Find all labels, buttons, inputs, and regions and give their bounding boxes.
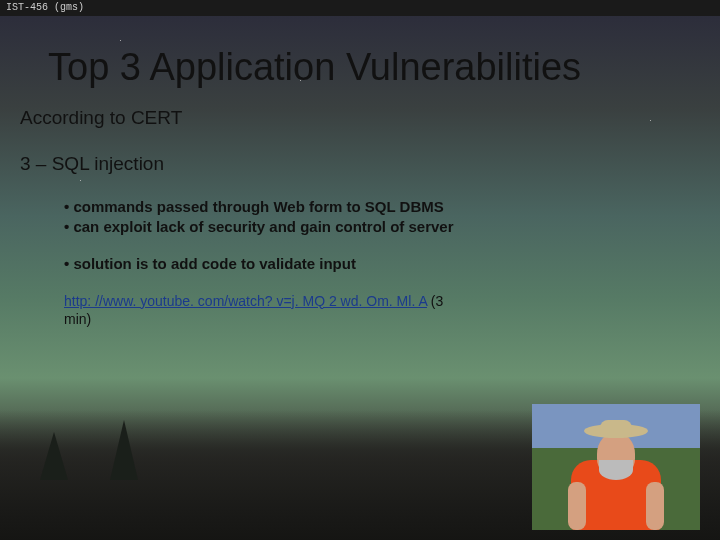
video-link-row: http: //www. youtube. com/watch? v=j. MQ… bbox=[64, 292, 474, 328]
video-link[interactable]: http: //www. youtube. com/watch? v=j. MQ… bbox=[64, 293, 427, 309]
bullet-item: • commands passed through Web form to SQ… bbox=[64, 197, 464, 217]
window-header: IST-456 (gms) bbox=[0, 0, 720, 16]
bullet-group-2: • solution is to add code to validate in… bbox=[64, 254, 464, 274]
bullet-item: • can exploit lack of security and gain … bbox=[64, 217, 464, 237]
bullet-list: • commands passed through Web form to SQ… bbox=[64, 197, 464, 274]
slide-body: Top 3 Application Vulnerabilities Accord… bbox=[0, 16, 720, 540]
slide-title: Top 3 Application Vulnerabilities bbox=[48, 46, 700, 89]
bullet-item: • solution is to add code to validate in… bbox=[64, 254, 464, 274]
bullet-group-1: • commands passed through Web form to SQ… bbox=[64, 197, 464, 236]
header-label: IST-456 (gms) bbox=[6, 2, 84, 13]
embedded-photo bbox=[532, 404, 700, 530]
slide-subtitle: According to CERT bbox=[20, 107, 700, 129]
slide-section-heading: 3 – SQL injection bbox=[20, 153, 700, 175]
